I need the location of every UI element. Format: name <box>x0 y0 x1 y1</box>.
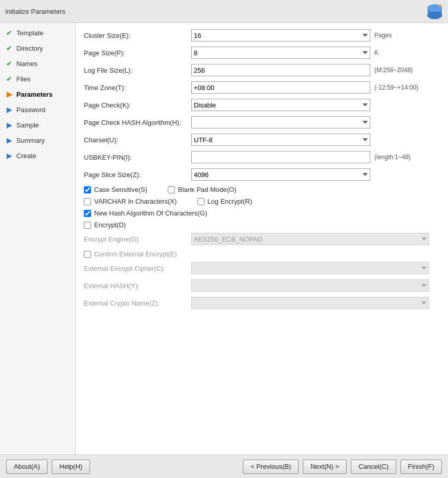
varchar-in-chars-label: VARCHAR In Characters(X) <box>94 198 177 205</box>
cluster-size-select[interactable]: 1683264 <box>191 29 370 41</box>
blank-pad-mode-label: Blank Pad Mode(O) <box>178 186 236 193</box>
encrypt-engine-row: Encrypt Engine(G): AES256_ECB_NOPAD <box>84 233 440 245</box>
page-size-select[interactable]: 841632 <box>191 47 370 59</box>
page-size-unit: K <box>374 49 378 56</box>
blank-pad-mode-checkbox[interactable] <box>168 186 175 193</box>
sidebar-label-template: Template <box>16 29 43 37</box>
time-zone-input[interactable] <box>191 81 370 94</box>
encrypt-checkbox-item[interactable]: Encrypt(D) <box>84 221 126 229</box>
sidebar-item-sample[interactable]: ▶ Sample <box>0 117 75 133</box>
bottom-bar: About(A) Help(H) < Previous(B) Next(N) >… <box>0 454 448 478</box>
external-hash-label: External HASH(Y): <box>84 282 191 290</box>
arrow-icon: ▶ <box>5 105 13 114</box>
cluster-size-row: Cluster Size(E): 1683264 Pages <box>84 29 440 41</box>
confirm-external-encrypt-checkbox-item[interactable]: Confirm External Encrypt(E) <box>84 250 177 258</box>
new-hash-algo-checkbox[interactable] <box>84 210 91 217</box>
arrow-icon: ▶ <box>5 136 13 144</box>
sidebar-label-password: Password <box>16 106 46 114</box>
time-zone-label: Time Zone(T): <box>84 84 191 92</box>
sidebar-item-create[interactable]: ▶ Create <box>0 148 75 163</box>
log-encrypt-checkbox-item[interactable]: Log Encrypt(R) <box>197 198 252 205</box>
checkbox-row-2: VARCHAR In Characters(X) Log Encrypt(R) <box>84 198 440 205</box>
usbkey-pin-hint: (length:1~48) <box>374 154 411 161</box>
charset-select[interactable]: UTF-8GBKGB18030ISO-8859-1 <box>191 134 370 146</box>
charset-row: Charset(U): UTF-8GBKGB18030ISO-8859-1 <box>84 134 440 146</box>
log-encrypt-label: Log Encrypt(R) <box>208 198 252 205</box>
arrow-active-icon: ▶ <box>5 90 13 98</box>
case-sensitive-checkbox[interactable] <box>84 186 91 193</box>
page-check-hash-controls <box>191 116 440 128</box>
page-check-row: Page Check(K): DisableEnable <box>84 99 440 111</box>
check-icon: ✔ <box>5 44 13 52</box>
bottom-left-buttons: About(A) Help(H) <box>6 460 90 474</box>
next-button[interactable]: Next(N) > <box>303 460 347 474</box>
encrypt-checkbox-row: Encrypt(D) <box>84 221 440 229</box>
cancel-button[interactable]: Cancel(C) <box>351 460 396 474</box>
log-encrypt-checkbox[interactable] <box>197 198 205 205</box>
sidebar-label-sample: Sample <box>16 121 39 129</box>
external-encrypt-cipher-label: External Encrypt Cipher(C): <box>84 265 191 272</box>
usbkey-pin-row: USBKEY-PIN(I): (length:1~48) <box>84 151 440 163</box>
previous-button[interactable]: < Previous(B) <box>243 460 299 474</box>
sidebar-label-parameters: Parameters <box>16 91 53 98</box>
encrypt-label: Encrypt(D) <box>94 221 126 229</box>
page-size-row: Page Size(P): 841632 K <box>84 47 440 59</box>
blank-pad-mode-checkbox-item[interactable]: Blank Pad Mode(O) <box>168 186 236 193</box>
finish-button[interactable]: Finish(F) <box>400 460 442 474</box>
confirm-external-encrypt-label: Confirm External Encrypt(E) <box>94 250 177 258</box>
check-icon: ✔ <box>5 29 13 37</box>
help-button[interactable]: Help(H) <box>52 460 90 474</box>
main-content: ✔ Template ✔ Directory ✔ Names ✔ Files ▶… <box>0 23 448 454</box>
page-check-select[interactable]: DisableEnable <box>191 99 370 111</box>
svg-text:★: ★ <box>438 3 442 8</box>
cluster-size-controls: 1683264 Pages <box>191 29 440 41</box>
usbkey-pin-input[interactable] <box>191 151 370 163</box>
checkbox-row-3: New Hash Algorithm Of Characters(G) <box>84 209 440 217</box>
external-encrypt-cipher-select[interactable] <box>191 262 429 274</box>
checkbox-row-1: Case Sensitive(S) Blank Pad Mode(O) <box>84 186 440 193</box>
check-icon: ✔ <box>5 75 13 83</box>
external-crypto-name-select[interactable] <box>191 297 429 309</box>
sidebar-label-directory: Directory <box>16 45 43 52</box>
sidebar-item-password[interactable]: ▶ Password <box>0 102 75 117</box>
external-crypto-name-label: External Crypto Name(Z): <box>84 299 191 307</box>
page-check-label: Page Check(K): <box>84 101 191 109</box>
log-file-size-hint: (M:256~2048) <box>374 67 413 74</box>
confirm-external-encrypt-checkbox[interactable] <box>84 251 91 258</box>
confirm-external-encrypt-row: Confirm External Encrypt(E) <box>84 250 440 258</box>
encrypt-engine-label: Encrypt Engine(G): <box>84 235 191 243</box>
case-sensitive-checkbox-item[interactable]: Case Sensitive(S) <box>84 186 147 193</box>
usbkey-pin-controls: (length:1~48) <box>191 151 440 163</box>
sidebar-item-template[interactable]: ✔ Template <box>0 25 75 40</box>
external-hash-select[interactable] <box>191 279 429 292</box>
check-icon: ✔ <box>5 59 13 68</box>
svg-point-2 <box>428 12 442 19</box>
bottom-right-buttons: < Previous(B) Next(N) > Cancel(C) Finish… <box>243 460 442 474</box>
sidebar-item-files[interactable]: ✔ Files <box>0 71 75 86</box>
usbkey-pin-label: USBKEY-PIN(I): <box>84 154 191 161</box>
encrypt-engine-select[interactable]: AES256_ECB_NOPAD <box>191 233 429 245</box>
varchar-in-chars-checkbox[interactable] <box>84 198 91 205</box>
varchar-in-chars-checkbox-item[interactable]: VARCHAR In Characters(X) <box>84 198 177 205</box>
log-file-size-input[interactable] <box>191 64 370 76</box>
log-file-size-controls: (M:256~2048) <box>191 64 440 76</box>
time-zone-row: Time Zone(T): (-12:59~+14:00) <box>84 81 440 94</box>
sidebar-item-directory[interactable]: ✔ Directory <box>0 40 75 56</box>
sidebar-label-summary: Summary <box>16 137 45 144</box>
sidebar-item-parameters[interactable]: ▶ Parameters <box>0 86 75 102</box>
arrow-icon: ▶ <box>5 121 13 129</box>
title-bar: Initialize Parameters ★ <box>0 0 448 23</box>
time-zone-hint: (-12:59~+14:00) <box>374 84 418 91</box>
page-check-hash-select[interactable] <box>191 116 370 128</box>
new-hash-algo-checkbox-item[interactable]: New Hash Algorithm Of Characters(G) <box>84 209 207 217</box>
about-button[interactable]: About(A) <box>6 460 48 474</box>
sidebar-item-summary[interactable]: ▶ Summary <box>0 133 75 148</box>
page-slice-size-row: Page Slice Size(Z): 409651210242048 <box>84 168 440 181</box>
page-slice-size-select[interactable]: 409651210242048 <box>191 168 370 181</box>
sidebar-item-names[interactable]: ✔ Names <box>0 56 75 71</box>
app-icon: ★ <box>427 3 443 19</box>
page-slice-size-controls: 409651210242048 <box>191 168 440 181</box>
page-check-hash-label: Page Check HASH Algorithm(H): <box>84 119 191 126</box>
right-panel: Cluster Size(E): 1683264 Pages Page Size… <box>76 23 448 454</box>
encrypt-checkbox[interactable] <box>84 222 91 229</box>
